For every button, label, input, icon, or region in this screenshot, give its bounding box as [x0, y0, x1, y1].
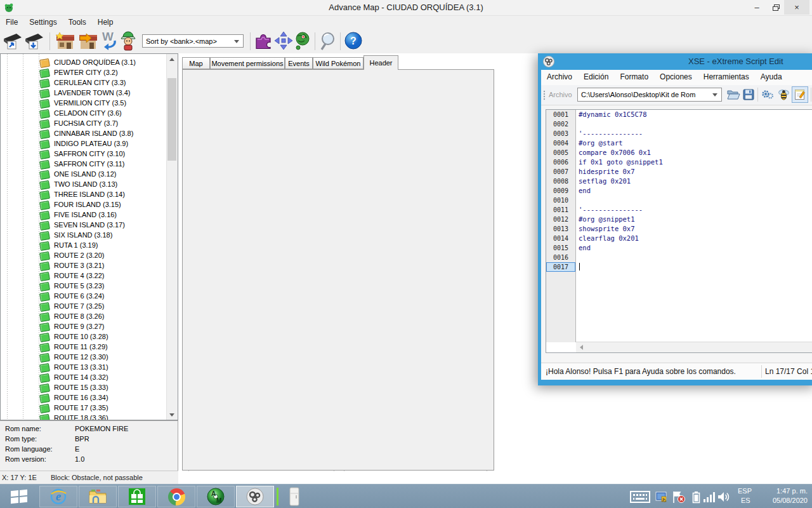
- tree-item[interactable]: CELADON CITY (3.6): [1, 109, 167, 119]
- scrollbar-thumb[interactable]: [167, 78, 176, 161]
- taskbar-emulator-button[interactable]: [275, 486, 313, 507]
- tab-header[interactable]: Header: [363, 55, 398, 70]
- tree-item[interactable]: ROUTE 3 (3.21): [1, 261, 167, 271]
- editor-line[interactable]: 0001#dynamic 0x1C5C78: [546, 110, 812, 119]
- tree-item[interactable]: SEVEN ISLAND (3.17): [1, 220, 167, 231]
- tree-item[interactable]: ROUTE 14 (3.32): [1, 373, 167, 383]
- editor-line[interactable]: 0012#org @snippet1: [546, 215, 812, 224]
- xse-editor[interactable]: 0001#dynamic 0x1C5C7800020003'----------…: [546, 109, 812, 353]
- volume-icon[interactable]: [717, 491, 730, 503]
- open-file-icon[interactable]: [726, 88, 740, 101]
- tab-map[interactable]: Map: [182, 57, 210, 69]
- movement-permissions-icon[interactable]: [274, 31, 294, 51]
- xse-menu-item-formato[interactable]: Formato: [614, 70, 654, 84]
- tray-clock-time[interactable]: 1:47 p. m.: [763, 487, 808, 495]
- tree-item[interactable]: ROUTE 4 (3.22): [1, 271, 167, 281]
- xse-menu-item-ayuda[interactable]: Ayuda: [755, 70, 788, 84]
- tree-scrollbar[interactable]: [166, 54, 178, 420]
- tree-item[interactable]: SAFFRON CITY (3.11): [1, 159, 167, 170]
- tree-item[interactable]: ROUTE 16 (3.34): [1, 393, 167, 403]
- tree-item[interactable]: SIX ISLAND (3.18): [1, 231, 167, 241]
- scroll-left-button[interactable]: [576, 342, 586, 352]
- wild-pokemon-icon[interactable]: [294, 31, 311, 51]
- zoom-icon[interactable]: [318, 31, 339, 51]
- editor-line[interactable]: 0004#org @start: [546, 138, 812, 148]
- taskbar-ie-button[interactable]: e: [39, 486, 77, 507]
- xse-titlebar[interactable]: XSE - eXtreme Script Edit: [538, 53, 812, 70]
- taskbar-advancemap-button[interactable]: AM: [197, 486, 235, 507]
- sort-combo[interactable]: Sort by <bank>.<map>: [142, 34, 244, 48]
- editor-hscrollbar[interactable]: [576, 342, 812, 352]
- tree-item[interactable]: CIUDAD ORQUÍDEA (3.1): [1, 58, 167, 68]
- tree-item[interactable]: ROUTE 8 (3.26): [1, 312, 167, 322]
- tree-item[interactable]: FIVE ISLAND (3.16): [1, 210, 167, 220]
- editor-line[interactable]: 0016: [546, 253, 812, 262]
- tray-language[interactable]: ESP: [738, 487, 752, 495]
- tree-item[interactable]: THREE ISLAND (3.14): [1, 190, 167, 200]
- tree-item[interactable]: TWO ISLAND (3.13): [1, 180, 167, 190]
- xse-menu-item-edición[interactable]: Edición: [578, 70, 614, 84]
- ime-tray-icon[interactable]: あ: [655, 491, 667, 503]
- editor-line[interactable]: 0013showsprite 0x7: [546, 224, 812, 234]
- new-map-icon[interactable]: [55, 31, 75, 51]
- xse-path-combo[interactable]: C:\Users\Alonso\Desktop\Kit de Rom: [577, 88, 722, 102]
- scroll-up-button[interactable]: [167, 54, 177, 64]
- maximize-button[interactable]: [765, 0, 787, 15]
- tree-item[interactable]: RUTA 1 (3.19): [1, 241, 167, 251]
- editor-line[interactable]: 0009end: [546, 186, 812, 196]
- action-center-flag-icon[interactable]: [672, 491, 686, 504]
- battery-icon[interactable]: [692, 491, 700, 504]
- editor-line[interactable]: 0002: [546, 119, 812, 129]
- tree-item[interactable]: SAFFRON CITY (3.10): [1, 149, 167, 159]
- menu-item-tools[interactable]: Tools: [63, 17, 92, 28]
- editor-line[interactable]: 0015end: [546, 243, 812, 253]
- trainer-icon[interactable]: [121, 31, 136, 51]
- editor-line[interactable]: 0007hidesprite 0x7: [546, 167, 812, 177]
- menu-item-settings[interactable]: Settings: [23, 17, 62, 28]
- xse-menu-item-opciones[interactable]: Opciones: [654, 70, 698, 84]
- tree-item[interactable]: CERULEAN CITY (3.3): [1, 78, 167, 88]
- close-button[interactable]: ×: [784, 0, 809, 15]
- menu-item-file[interactable]: File: [0, 17, 23, 28]
- editor-line[interactable]: 0014clearflag 0x201: [546, 234, 812, 243]
- save-rom-icon[interactable]: [24, 31, 44, 51]
- tree-item[interactable]: INDIGO PLATEAU (3.9): [1, 139, 167, 149]
- tree-item[interactable]: LAVENDER TOWN (3.4): [1, 88, 167, 98]
- tree-item[interactable]: ROUTE 15 (3.33): [1, 383, 167, 393]
- tree-item[interactable]: ROUTE 17 (3.35): [1, 403, 167, 413]
- tree-item[interactable]: ROUTE 7 (3.25): [1, 302, 167, 312]
- minimize-button[interactable]: –: [746, 0, 768, 15]
- tree-item[interactable]: ROUTE 13 (3.31): [1, 363, 167, 373]
- menu-item-help[interactable]: Help: [92, 17, 119, 28]
- editor-line[interactable]: 0006if 0x1 goto @snippet1: [546, 157, 812, 167]
- touch-keyboard-icon[interactable]: [630, 491, 650, 503]
- tree-item[interactable]: ROUTE 11 (3.29): [1, 342, 167, 352]
- tree-item[interactable]: VERMILION CITY (3.5): [1, 98, 167, 109]
- network-signal-icon[interactable]: [703, 491, 716, 503]
- tree-item[interactable]: ROUTE 5 (3.23): [1, 281, 167, 291]
- editor-line[interactable]: 0010: [546, 196, 812, 205]
- tray-language-2[interactable]: ES: [741, 497, 750, 504]
- tree-item[interactable]: ONE ISLAND (3.12): [1, 170, 167, 180]
- start-button[interactable]: [0, 485, 38, 508]
- tab-wild-pokémon[interactable]: Wild Pokémon: [313, 57, 363, 69]
- tree-item[interactable]: ROUTE 2 (3.20): [1, 251, 167, 261]
- map-tree-panel[interactable]: CIUDAD ORQUÍDEA (3.1)PEWTER CITY (3.2)CE…: [0, 53, 178, 420]
- compile-gears-icon[interactable]: [761, 88, 775, 101]
- scroll-down-button[interactable]: [167, 410, 177, 420]
- taskbar-chrome-button[interactable]: [157, 486, 195, 507]
- tree-item[interactable]: ROUTE 18 (3.36): [1, 413, 167, 420]
- tree-item[interactable]: FUCHSIA CITY (3.7): [1, 119, 167, 129]
- tab-movement-permissions[interactable]: Movement permissions: [210, 57, 285, 69]
- xse-menu-item-herramientas[interactable]: Herramientas: [698, 70, 755, 84]
- editor-line[interactable]: 0003'---------------: [546, 129, 812, 138]
- xse-menu-item-archivo[interactable]: Archivo: [541, 70, 578, 84]
- tree-item[interactable]: CINNABAR ISLAND (3.8): [1, 129, 167, 139]
- insert-map-icon[interactable]: [77, 31, 98, 51]
- world-map-icon[interactable]: W: [102, 31, 118, 51]
- block-editor-icon[interactable]: [254, 31, 274, 51]
- am-titlebar[interactable]: Advance Map - CIUDAD ORQUÍDEA (3.1) – ×: [0, 0, 812, 16]
- help-icon[interactable]: ?: [344, 31, 364, 51]
- tree-item[interactable]: PEWTER CITY (3.2): [1, 68, 167, 78]
- tab-events[interactable]: Events: [285, 57, 313, 69]
